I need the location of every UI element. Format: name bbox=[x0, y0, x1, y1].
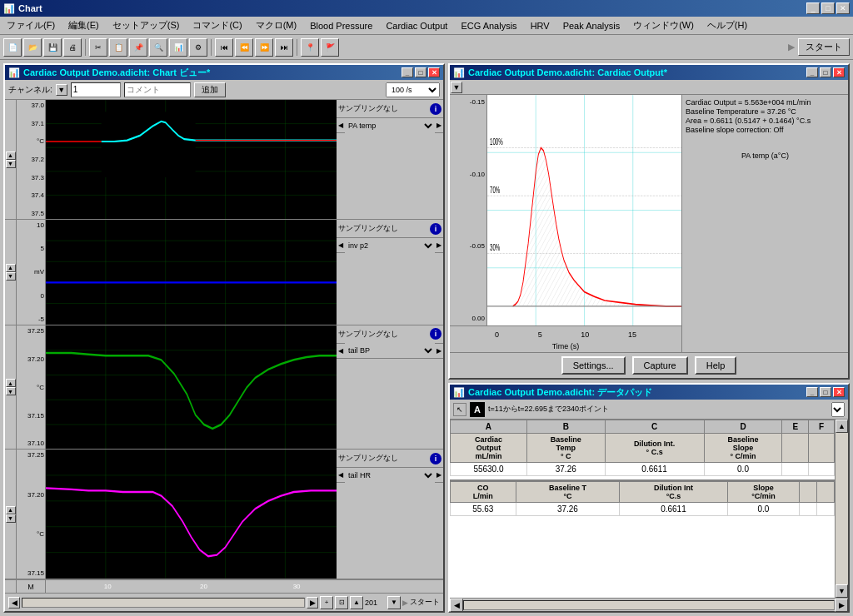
chart-maximize[interactable]: □ bbox=[415, 67, 426, 77]
close-button[interactable]: ✕ bbox=[836, 2, 850, 14]
help-button[interactable]: Help bbox=[695, 356, 737, 375]
toolbar-skip-end[interactable]: ⏭ bbox=[275, 38, 293, 57]
maximize-button[interactable]: □ bbox=[821, 2, 835, 14]
cursor-icon[interactable]: ↖ bbox=[453, 403, 466, 416]
speed-select[interactable]: 100 /s bbox=[386, 82, 440, 97]
hscroll-track[interactable] bbox=[463, 600, 835, 610]
toolbar-save[interactable]: 💾 bbox=[43, 38, 62, 57]
datapad-select[interactable]: ▼ bbox=[831, 402, 845, 417]
menu-blood-pressure[interactable]: Blood Pressure bbox=[307, 20, 376, 32]
toolbar-print[interactable]: 🖨 bbox=[63, 38, 82, 57]
toolbar-zoom[interactable]: 🔍 bbox=[149, 38, 167, 57]
ch1-scroll-right[interactable]: ▶ bbox=[435, 122, 443, 129]
channel-input[interactable] bbox=[71, 82, 121, 97]
co-close[interactable]: ✕ bbox=[833, 67, 845, 77]
vscroll-down[interactable]: ▼ bbox=[836, 584, 848, 598]
channel-3-row: ▲ ▼ 37.25 37.20 °C 37.15 37.10 bbox=[5, 325, 443, 450]
toolbar-btn2[interactable]: 📊 bbox=[169, 38, 187, 57]
menu-hrv[interactable]: HRV bbox=[527, 20, 553, 32]
toolbar-skip-back[interactable]: ⏪ bbox=[235, 38, 253, 57]
menu-macro[interactable]: マクロ(M) bbox=[252, 18, 301, 32]
add-channel-button[interactable]: 追加 bbox=[194, 82, 226, 97]
ch1-dropdown[interactable]: PA temp bbox=[345, 118, 435, 133]
ch3-name-box: ◀ tail BP ▶ bbox=[337, 344, 443, 359]
dp-close[interactable]: ✕ bbox=[833, 387, 845, 397]
datapad-vscrollbar[interactable]: ▲ ▼ bbox=[835, 420, 848, 598]
settings-button[interactable]: Settings... bbox=[561, 356, 626, 375]
toolbar-paste[interactable]: 📌 bbox=[129, 38, 147, 57]
toolbar-skip-forward[interactable]: ⏩ bbox=[255, 38, 273, 57]
text-tool-icon[interactable]: A bbox=[470, 402, 485, 417]
ch2-scroll-left[interactable]: ◀ bbox=[337, 241, 345, 249]
co-maximize[interactable]: □ bbox=[820, 67, 831, 77]
menu-window[interactable]: ウィンドウ(W) bbox=[630, 18, 697, 32]
chart-start-btn[interactable]: スタート bbox=[410, 597, 440, 608]
ch2-dropdown[interactable]: inv p2 bbox=[345, 238, 435, 253]
vscroll-track[interactable] bbox=[836, 433, 848, 584]
ch2-info-btn[interactable]: i bbox=[430, 223, 441, 235]
zoom-fit-btn[interactable]: ⊡ bbox=[335, 596, 348, 609]
datapad-toolbar: ↖ A t=11からt=22.695まで2340ポイント ▼ bbox=[450, 400, 848, 420]
toolbar-skip-start[interactable]: ⏮ bbox=[215, 38, 233, 57]
ch4-info-btn[interactable]: i bbox=[430, 453, 441, 464]
co-minimize[interactable]: _ bbox=[806, 67, 818, 77]
chart-scroll-right[interactable]: ▶ bbox=[307, 597, 318, 609]
ch1-scroll-left[interactable]: ◀ bbox=[337, 122, 345, 129]
toolbar-mark[interactable]: 📍 bbox=[301, 38, 319, 57]
menu-file[interactable]: ファイル(F) bbox=[3, 18, 58, 32]
ch1-expand-up[interactable]: ▲ bbox=[6, 152, 16, 160]
menu-command[interactable]: コマンド(C) bbox=[189, 18, 245, 32]
ch2-expand-up[interactable]: ▲ bbox=[6, 264, 16, 272]
menu-cardiac-output[interactable]: Cardiac Output bbox=[382, 20, 451, 32]
toolbar-open[interactable]: 📂 bbox=[23, 38, 42, 57]
dp-minimize[interactable]: _ bbox=[806, 387, 818, 397]
ch1-info-btn[interactable]: i bbox=[430, 103, 441, 115]
comment-input[interactable] bbox=[124, 82, 191, 97]
ch3-scroll-left[interactable]: ◀ bbox=[337, 347, 345, 355]
hscroll-left[interactable]: ◀ bbox=[450, 599, 463, 612]
vscroll-up[interactable]: ▲ bbox=[836, 420, 848, 433]
menu-peak[interactable]: Peak Analysis bbox=[560, 20, 623, 32]
hscroll-right[interactable]: ▶ bbox=[835, 599, 848, 612]
start-button[interactable]: スタート bbox=[798, 38, 850, 56]
toolbar-copy[interactable]: 📋 bbox=[109, 38, 127, 57]
toolbar-flag[interactable]: 🚩 bbox=[321, 38, 339, 57]
channels-container: ▲ ▼ 37.0 37.1 °C 37.2 37.3 37.4 37.5 bbox=[5, 100, 443, 579]
capture-button[interactable]: Capture bbox=[632, 356, 688, 375]
chart-window-controls: _ □ ✕ bbox=[402, 67, 440, 77]
ch4-expand-up[interactable]: ▲ bbox=[6, 506, 16, 514]
zoom-in-btn[interactable]: + bbox=[320, 596, 333, 609]
ch4-dropdown[interactable]: tail HR bbox=[345, 468, 435, 483]
co-scroll-btn[interactable]: ▼ bbox=[451, 82, 462, 93]
zoom-out-btn[interactable]: ▲ bbox=[350, 596, 363, 609]
ch3-scroll-right[interactable]: ▶ bbox=[435, 347, 443, 355]
ch3-expand-dn[interactable]: ▼ bbox=[6, 387, 16, 395]
chart-scroll-left[interactable]: ◀ bbox=[8, 597, 20, 609]
toolbar-new[interactable]: 📄 bbox=[3, 38, 22, 57]
channel-scroll[interactable]: ▼ bbox=[56, 84, 67, 96]
ch2-scroll-right[interactable]: ▶ bbox=[435, 241, 443, 249]
ch4-name-box: ◀ tail HR ▶ bbox=[337, 468, 443, 483]
ch3-dropdown[interactable]: tail BP bbox=[345, 343, 435, 358]
ch3-info-btn[interactable]: i bbox=[430, 328, 441, 340]
ch1-expand-dn[interactable]: ▼ bbox=[6, 160, 16, 168]
ch2-expand-dn[interactable]: ▼ bbox=[6, 272, 16, 281]
ch4-scroll-left[interactable]: ◀ bbox=[337, 471, 345, 479]
ch3-expand-up[interactable]: ▲ bbox=[6, 379, 16, 387]
menu-setup[interactable]: セットアップ(S) bbox=[109, 18, 183, 32]
ch4-expand-dn[interactable]: ▼ bbox=[6, 514, 16, 523]
chart-close[interactable]: ✕ bbox=[428, 67, 440, 77]
svg-text:70%: 70% bbox=[490, 185, 500, 195]
menu-ecg[interactable]: ECG Analysis bbox=[457, 20, 520, 32]
menu-edit[interactable]: 編集(E) bbox=[65, 18, 102, 32]
chart-scrollbar[interactable] bbox=[22, 598, 305, 608]
menu-help[interactable]: ヘルプ(H) bbox=[704, 18, 751, 32]
toolbar-btn3[interactable]: ⚙ bbox=[189, 38, 207, 57]
ch4-scroll-right[interactable]: ▶ bbox=[435, 471, 443, 479]
minimize-button[interactable]: _ bbox=[806, 2, 820, 14]
toolbar-cut[interactable]: ✂ bbox=[89, 38, 107, 57]
chart-minimize[interactable]: _ bbox=[402, 67, 413, 77]
datapad-scroll-btn[interactable]: ▼ bbox=[831, 402, 845, 417]
dp-maximize[interactable]: □ bbox=[820, 387, 831, 397]
zoom-dn-btn[interactable]: ▼ bbox=[387, 596, 401, 609]
